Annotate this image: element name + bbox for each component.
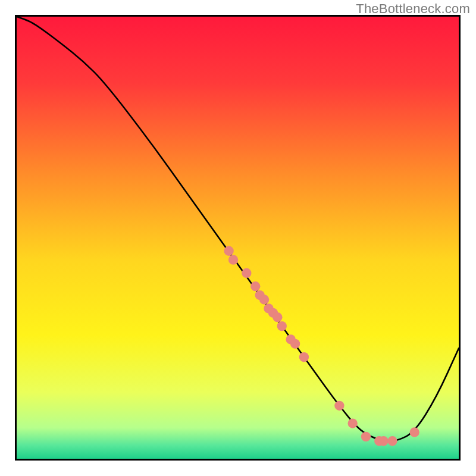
data-dot bbox=[348, 418, 358, 428]
data-dot bbox=[387, 436, 397, 446]
data-dot bbox=[410, 427, 419, 437]
bottleneck-curve bbox=[17, 17, 459, 441]
data-dot bbox=[277, 321, 287, 331]
data-dot bbox=[228, 255, 238, 264]
data-dot bbox=[361, 432, 371, 441]
data-dots-group bbox=[224, 246, 419, 446]
data-dot bbox=[259, 295, 269, 304]
data-dot bbox=[334, 401, 344, 411]
data-dot bbox=[250, 281, 260, 291]
data-dot bbox=[299, 352, 309, 362]
data-dot bbox=[273, 312, 282, 322]
data-dot bbox=[379, 436, 389, 446]
data-dot bbox=[290, 339, 300, 349]
data-dot bbox=[224, 246, 233, 256]
chart-stage: TheBottleneck.com bbox=[0, 0, 476, 476]
data-dot bbox=[242, 268, 251, 278]
plot-area bbox=[15, 15, 461, 461]
curve-layer bbox=[17, 17, 459, 459]
